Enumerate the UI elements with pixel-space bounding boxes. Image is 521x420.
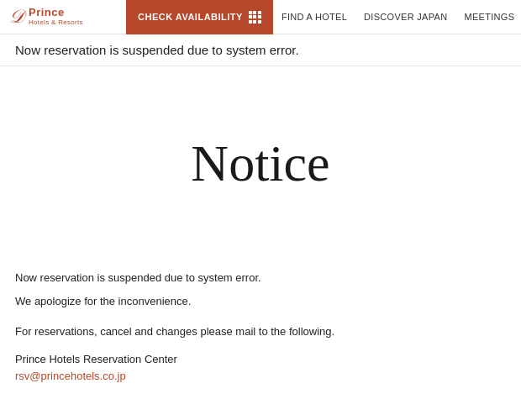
main-nav: FIND A HOTEL DISCOVER JAPAN MEETINGS NEW… (273, 0, 521, 34)
logo[interactable]: 𝒟 Prince Hotels & Resorts (0, 7, 126, 26)
nav-discover-japan[interactable]: DISCOVER JAPAN (355, 0, 455, 34)
alert-bar: Now reservation is suspended due to syst… (0, 34, 521, 66)
brand-sub: Hotels & Resorts (29, 19, 83, 27)
notice-heading: Notice (15, 66, 506, 269)
reservation-email[interactable]: rsv@princehotels.co.jp (15, 370, 126, 382)
nav-meetings[interactable]: MEETINGS (455, 0, 521, 34)
logo-icon: 𝒟 (8, 8, 24, 26)
nav-find-hotel[interactable]: FIND A HOTEL (273, 0, 355, 34)
grid-icon (249, 11, 261, 24)
alert-text: Now reservation is suspended due to syst… (15, 43, 299, 57)
check-availability-button[interactable]: CHECK AVAILABILITY (126, 0, 273, 34)
reservation-center-label: Prince Hotels Reservation Center (15, 353, 506, 365)
body-line1: Now reservation is suspended due to syst… (15, 269, 506, 287)
body-line2: We apologize for the inconvenience. (15, 292, 506, 311)
body-line3: For reservations, cancel and changes ple… (15, 323, 506, 341)
body-text: Now reservation is suspended due to syst… (15, 269, 506, 341)
main-content: Notice Now reservation is suspended due … (0, 66, 521, 383)
check-availability-label: CHECK AVAILABILITY (138, 12, 243, 22)
brand-name: Prince (29, 7, 83, 18)
